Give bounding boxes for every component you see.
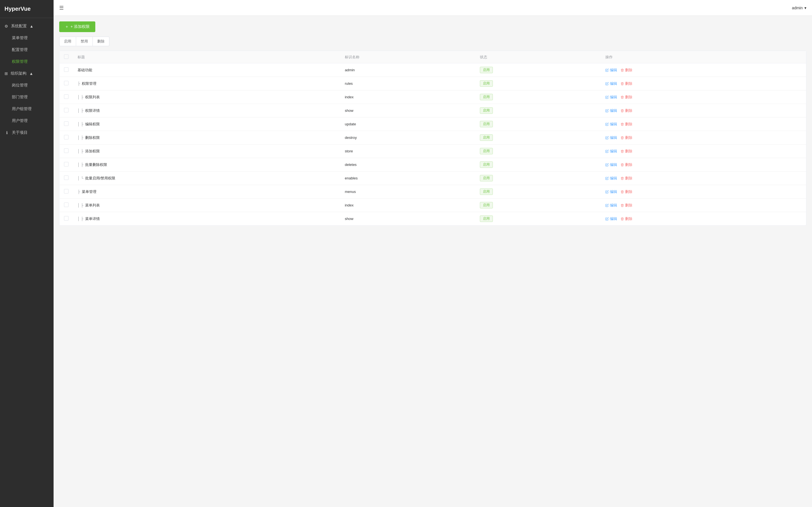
col-checkbox: [59, 51, 73, 63]
row-status: 启用: [475, 63, 601, 77]
sidebar-item-config-mgmt[interactable]: 配置管理: [0, 44, 54, 56]
row-identifier: index: [340, 199, 475, 212]
sidebar-item-usergroup-mgmt[interactable]: 用户组管理: [0, 103, 54, 115]
row-checkbox[interactable]: [64, 67, 68, 72]
sidebar-item-system-config[interactable]: ⚙ 系统配置 ▲: [0, 20, 54, 32]
table-row: ├ 菜单管理menus启用 编辑 删除: [59, 185, 806, 199]
edit-button[interactable]: 编辑: [605, 203, 617, 208]
row-status: 启用: [475, 199, 601, 212]
trash-icon: [620, 96, 624, 99]
trash-icon: [620, 217, 624, 221]
delete-button[interactable]: 删除: [93, 37, 109, 46]
row-title-text: 删除权限: [85, 135, 100, 140]
add-permission-label: + 添加权限: [70, 24, 90, 29]
row-checkbox[interactable]: [64, 81, 68, 86]
delete-row-button[interactable]: 删除: [620, 189, 632, 194]
edit-button[interactable]: 编辑: [605, 122, 617, 127]
col-identifier-header: 标识名称: [340, 51, 475, 63]
action-bar: 启用 禁用 删除: [59, 37, 806, 46]
sidebar-item-dept-mgmt[interactable]: 部门管理: [0, 91, 54, 103]
edit-icon: [605, 96, 609, 99]
row-title: │ ├ 删除权限: [73, 131, 340, 145]
delete-row-button[interactable]: 删除: [620, 108, 632, 113]
row-checkbox[interactable]: [64, 216, 68, 221]
table-row: │ ├ 权限列表index启用 编辑 删除: [59, 91, 806, 104]
row-title-text: 批量启用/禁用权限: [85, 176, 116, 180]
row-actions: 编辑 删除: [601, 63, 806, 77]
select-all-checkbox[interactable]: [64, 54, 68, 59]
disable-button[interactable]: 禁用: [76, 37, 93, 46]
chevron-up-icon2: ▲: [29, 71, 33, 76]
sidebar-item-permission-mgmt[interactable]: 权限管理: [0, 56, 54, 68]
row-identifier: menus: [340, 185, 475, 199]
delete-row-button[interactable]: 删除: [620, 216, 632, 221]
delete-row-button[interactable]: 删除: [620, 149, 632, 154]
header-right[interactable]: admin ▾: [792, 6, 806, 10]
row-title-text: 权限列表: [85, 95, 100, 99]
edit-button[interactable]: 编辑: [605, 68, 617, 73]
status-badge: 启用: [480, 188, 493, 195]
delete-row-button[interactable]: 删除: [620, 135, 632, 140]
row-actions: 编辑 删除: [601, 91, 806, 104]
toolbar: ＋ + 添加权限: [59, 21, 806, 32]
row-title: │ ├ 权限详情: [73, 104, 340, 117]
edit-button[interactable]: 编辑: [605, 189, 617, 194]
row-checkbox[interactable]: [64, 175, 68, 180]
row-checkbox[interactable]: [64, 162, 68, 166]
plus-icon: ＋: [65, 24, 69, 29]
row-identifier: rules: [340, 77, 475, 91]
edit-button[interactable]: 编辑: [605, 135, 617, 140]
row-identifier: deletes: [340, 158, 475, 172]
admin-label: admin: [792, 6, 803, 10]
edit-button[interactable]: 编辑: [605, 162, 617, 167]
sidebar-item-menu-mgmt[interactable]: 菜单管理: [0, 32, 54, 44]
row-status: 启用: [475, 185, 601, 199]
edit-button[interactable]: 编辑: [605, 81, 617, 86]
sidebar-system-config-label: 系统配置: [11, 24, 27, 29]
delete-row-button[interactable]: 删除: [620, 162, 632, 167]
enable-button[interactable]: 启用: [59, 37, 76, 46]
delete-row-button[interactable]: 删除: [620, 176, 632, 181]
row-checkbox[interactable]: [64, 121, 68, 126]
row-actions: 编辑 删除: [601, 212, 806, 226]
add-permission-button[interactable]: ＋ + 添加权限: [59, 21, 95, 32]
edit-button[interactable]: 编辑: [605, 149, 617, 154]
row-status: 启用: [475, 117, 601, 131]
row-title: │ ├ 权限列表: [73, 91, 340, 104]
row-checkbox[interactable]: [64, 149, 68, 153]
sidebar-item-user-mgmt[interactable]: 用户管理: [0, 115, 54, 127]
delete-row-button[interactable]: 删除: [620, 81, 632, 86]
row-checkbox[interactable]: [64, 203, 68, 207]
edit-button[interactable]: 编辑: [605, 176, 617, 181]
row-identifier: index: [340, 91, 475, 104]
gear-icon: ⚙: [4, 24, 8, 29]
row-checkbox[interactable]: [64, 94, 68, 99]
edit-icon: [605, 163, 609, 166]
table-row: │ ├ 菜单详情show启用 编辑 删除: [59, 212, 806, 226]
row-identifier: enables: [340, 172, 475, 185]
sidebar-item-position-mgmt[interactable]: 岗位管理: [0, 79, 54, 91]
row-checkbox[interactable]: [64, 108, 68, 112]
delete-row-button[interactable]: 删除: [620, 95, 632, 100]
delete-row-button[interactable]: 删除: [620, 203, 632, 208]
edit-button[interactable]: 编辑: [605, 108, 617, 113]
hamburger-icon[interactable]: ☰: [59, 5, 64, 11]
col-title-header: 标题: [73, 51, 340, 63]
trash-icon: [620, 177, 624, 180]
edit-button[interactable]: 编辑: [605, 216, 617, 221]
row-status: 启用: [475, 91, 601, 104]
row-checkbox[interactable]: [64, 135, 68, 139]
app-title: HyperVue: [4, 6, 31, 12]
delete-row-button[interactable]: 删除: [620, 122, 632, 127]
permissions-table: 标题 标识名称 状态 操作 基础功能admin启用 编辑 删除 ├ 权限管理ru…: [59, 51, 806, 225]
row-title: │ ├ 批量删除权限: [73, 158, 340, 172]
sidebar-item-about[interactable]: ℹ 关于项目: [0, 127, 54, 138]
sidebar-item-org-structure[interactable]: ⊞ 组织架构 ▲: [0, 68, 54, 79]
row-identifier: admin: [340, 63, 475, 77]
row-title-text: 菜单管理: [82, 189, 96, 194]
sidebar-config-mgmt-label: 配置管理: [12, 47, 28, 52]
grid-icon: ⊞: [4, 71, 8, 76]
row-checkbox[interactable]: [64, 189, 68, 193]
delete-row-button[interactable]: 删除: [620, 68, 632, 73]
edit-button[interactable]: 编辑: [605, 95, 617, 100]
